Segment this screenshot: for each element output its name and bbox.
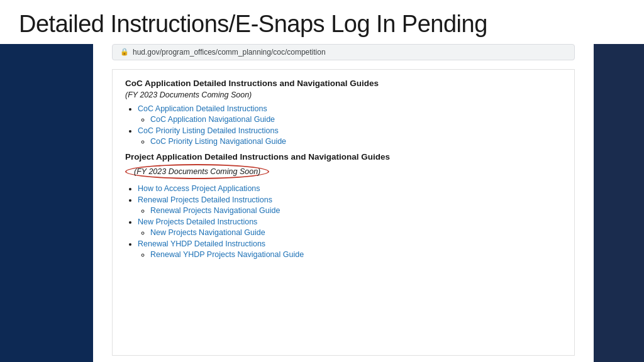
project-section-heading: Project Application Detailed Instruction… (125, 152, 562, 162)
renewal-yhdp-instructions-link[interactable]: Renewal YHDP Detailed Instructions (138, 239, 265, 248)
coc-section-heading: CoC Application Detailed Instructions an… (125, 79, 562, 88)
project-sub-list-3: Renewal YHDP Projects Navigational Guide (138, 250, 562, 259)
project-link-list: How to Access Project Applications Renew… (125, 184, 562, 259)
list-item: New Projects Detailed Instructions New P… (138, 217, 562, 237)
renewal-yhdp-nav-guide-link[interactable]: Renewal YHDP Projects Navigational Guide (150, 250, 304, 259)
url-text: hud.gov/program_offices/comm_planning/co… (133, 48, 326, 57)
list-item: CoC Application Navigational Guide (150, 115, 562, 124)
slide-body: 🔒 hud.gov/program_offices/comm_planning/… (0, 44, 644, 362)
list-item: How to Access Project Applications (138, 184, 562, 193)
coc-sub-list-2: CoC Priority Listing Navigational Guide (138, 137, 562, 146)
browser-content: CoC Application Detailed Instructions an… (112, 69, 575, 356)
coc-app-instructions-link[interactable]: CoC Application Detailed Instructions (138, 104, 267, 113)
list-item: Renewal YHDP Projects Navigational Guide (150, 250, 562, 259)
coc-app-nav-guide-link[interactable]: CoC Application Navigational Guide (150, 115, 275, 124)
coc-link-list: CoC Application Detailed Instructions Co… (125, 104, 562, 146)
list-item: CoC Application Detailed Instructions Co… (138, 104, 562, 124)
list-item: Renewal Projects Navigational Guide (150, 206, 562, 215)
coc-coming-soon: (FY 2023 Documents Coming Soon) (125, 90, 562, 99)
list-item: New Projects Navigational Guide (150, 228, 562, 237)
lock-icon: 🔒 (120, 48, 129, 56)
renewal-projects-nav-guide-link[interactable]: Renewal Projects Navigational Guide (150, 206, 280, 215)
new-projects-nav-guide-link[interactable]: New Projects Navigational Guide (150, 228, 265, 237)
left-sidebar (0, 44, 93, 362)
slide-title: Detailed Instructions/E-Snaps Log In Pen… (19, 11, 625, 38)
project-sub-list-1: Renewal Projects Navigational Guide (138, 206, 562, 215)
coc-priority-nav-guide-link[interactable]: CoC Priority Listing Navigational Guide (150, 137, 286, 146)
browser-bar: 🔒 hud.gov/program_offices/comm_planning/… (112, 44, 575, 60)
new-projects-instructions-link[interactable]: New Projects Detailed Instructions (138, 217, 257, 226)
project-section: Project Application Detailed Instruction… (125, 152, 562, 259)
list-item: Renewal Projects Detailed Instructions R… (138, 195, 562, 215)
project-coming-soon: (FY 2023 Documents Coming Soon) (125, 164, 269, 179)
list-item: CoC Priority Listing Navigational Guide (150, 137, 562, 146)
coc-priority-instructions-link[interactable]: CoC Priority Listing Detailed Instructio… (138, 126, 279, 135)
list-item: Renewal YHDP Detailed Instructions Renew… (138, 239, 562, 259)
slide-header: Detailed Instructions/E-Snaps Log In Pen… (0, 0, 644, 44)
project-sub-list-2: New Projects Navigational Guide (138, 228, 562, 237)
coc-sub-list-1: CoC Application Navigational Guide (138, 115, 562, 124)
right-sidebar (594, 44, 644, 362)
content-area: 🔒 hud.gov/program_offices/comm_planning/… (93, 44, 594, 362)
how-to-access-link[interactable]: How to Access Project Applications (138, 184, 260, 193)
renewal-projects-instructions-link[interactable]: Renewal Projects Detailed Instructions (138, 195, 272, 204)
list-item: CoC Priority Listing Detailed Instructio… (138, 126, 562, 146)
coc-section: CoC Application Detailed Instructions an… (125, 79, 562, 146)
